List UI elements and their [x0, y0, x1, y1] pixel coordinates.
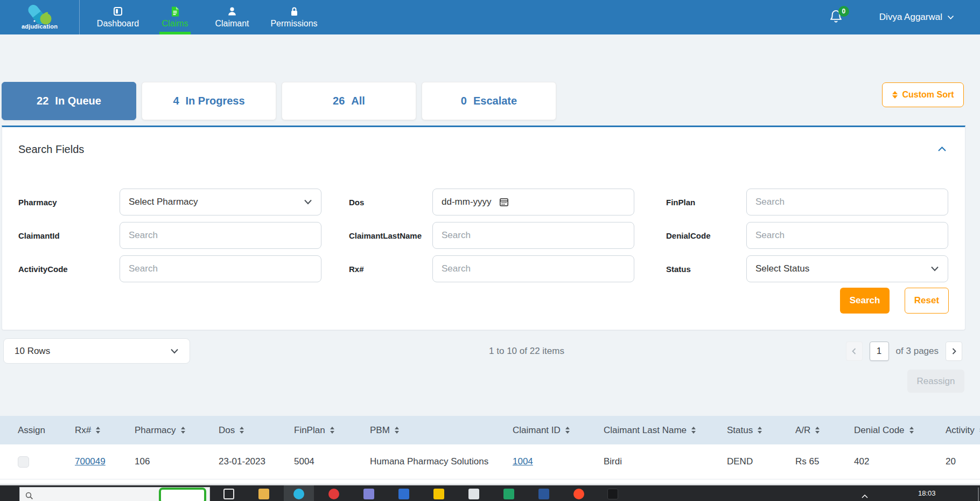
- tab-escalate[interactable]: 0 Escalate: [422, 82, 556, 120]
- claimant-icon: [227, 6, 237, 17]
- column-header-denial-code[interactable]: Denial Code: [854, 425, 946, 436]
- file-explorer-icon[interactable]: [258, 489, 269, 499]
- collapse-panel-button[interactable]: [935, 142, 949, 156]
- activitycode-input[interactable]: [120, 255, 321, 282]
- nav-item-dashboard[interactable]: Dashboard: [89, 0, 146, 34]
- reset-button[interactable]: Reset: [905, 288, 949, 314]
- column-header-claimant-last-name[interactable]: Claimant Last Name: [604, 425, 727, 436]
- column-label: Claimant Last Name: [604, 425, 687, 436]
- rx-input[interactable]: [432, 255, 634, 282]
- tab-in-queue[interactable]: 22 In Queue: [2, 82, 136, 120]
- dos-date-input[interactable]: dd-mm-yyyy: [432, 189, 634, 215]
- pagination-controls: 1 of 3 pages: [846, 342, 962, 361]
- word-icon[interactable]: [538, 489, 549, 499]
- sort-icon: [240, 427, 244, 434]
- taskbar-app-icon[interactable]: [468, 489, 479, 499]
- cell-dos: 23-01-2023: [219, 456, 294, 467]
- previous-page-button[interactable]: [846, 342, 863, 361]
- claimant-id-link[interactable]: 1004: [513, 456, 533, 467]
- items-range-text: 1 to 10 of 22 items: [37, 346, 980, 357]
- custom-sort-label: Custom Sort: [902, 90, 954, 100]
- column-header-activity[interactable]: Activity: [946, 425, 980, 436]
- excel-icon[interactable]: [503, 489, 514, 499]
- taskbar-app-icon[interactable]: [293, 489, 304, 499]
- sort-arrows-icon: [892, 91, 898, 99]
- app-logo[interactable]: adjudication: [0, 0, 80, 34]
- tray-chevron-icon[interactable]: [862, 491, 868, 500]
- cell-claimant-last-name: Birdi: [604, 456, 727, 467]
- custom-sort-button[interactable]: Custom Sort: [882, 82, 964, 107]
- panel-actions: Search Reset: [18, 288, 949, 314]
- field-label-claimantlastname: ClaimantLastName: [321, 230, 432, 241]
- table-header-row: Assign Rx# Pharmacy Dos FinPlan PBM Clai…: [0, 416, 980, 444]
- claims-page: adjudication Dashboard Claims Claimant: [0, 0, 980, 501]
- date-value: dd-mm-yyyy: [442, 197, 492, 207]
- nav-label: Claimant: [215, 19, 249, 29]
- column-header-pbm[interactable]: PBM: [370, 425, 513, 436]
- reassign-button[interactable]: Reassign: [907, 370, 964, 393]
- taskbar-app-icon[interactable]: [433, 489, 444, 499]
- notifications-button[interactable]: 0: [829, 8, 845, 26]
- browser-icon[interactable]: [328, 489, 339, 499]
- column-label: Pharmacy: [135, 425, 176, 436]
- nav-item-permissions[interactable]: Permissions: [261, 0, 327, 34]
- cell-pharmacy: 106: [135, 456, 219, 467]
- cell-denial-code: 402: [854, 456, 946, 467]
- notification-count-badge: 0: [838, 6, 849, 17]
- column-header-rx[interactable]: Rx#: [75, 425, 135, 436]
- show-desktop-button[interactable]: [978, 488, 979, 501]
- nav-item-claims[interactable]: Claims: [146, 0, 204, 34]
- row-checkbox[interactable]: [18, 456, 29, 468]
- column-header-status[interactable]: Status: [727, 425, 795, 436]
- column-header-finplan[interactable]: FinPlan: [294, 425, 370, 436]
- field-label-dos: Dos: [321, 197, 432, 208]
- chevron-down-icon: [947, 15, 954, 20]
- column-label: A/R: [795, 425, 810, 436]
- tab-label: Escalate: [473, 95, 517, 107]
- user-menu[interactable]: Divya Aggarwal: [879, 12, 954, 23]
- column-header-pharmacy[interactable]: Pharmacy: [135, 425, 219, 436]
- field-label-status: Status: [634, 263, 746, 275]
- tab-label: In Queue: [55, 95, 101, 107]
- permissions-icon: [290, 6, 299, 17]
- tab-all[interactable]: 26 All: [282, 82, 416, 120]
- current-page-input[interactable]: 1: [870, 342, 889, 361]
- claims-table: Assign Rx# Pharmacy Dos FinPlan PBM Clai…: [0, 416, 980, 484]
- finplan-input[interactable]: [746, 189, 948, 215]
- tab-label: All: [351, 95, 365, 107]
- pharmacy-select[interactable]: Select Pharmacy: [120, 189, 321, 215]
- column-label: Activity: [946, 425, 975, 436]
- sort-icon: [815, 427, 820, 434]
- rx-link[interactable]: 700049: [75, 456, 106, 467]
- tab-in-progress[interactable]: 4 In Progress: [142, 82, 276, 120]
- task-view-icon[interactable]: [223, 489, 234, 499]
- column-header-claimant-id[interactable]: Claimant ID: [513, 425, 604, 436]
- taskbar-app-icon[interactable]: [363, 489, 374, 499]
- taskbar-app-window-icon[interactable]: [159, 488, 206, 501]
- cell-activity: 20: [946, 456, 980, 467]
- panel-header: Search Fields: [18, 142, 949, 156]
- claimantlastname-input[interactable]: [432, 222, 634, 249]
- column-label: Dos: [219, 425, 235, 436]
- next-page-button[interactable]: [946, 342, 962, 361]
- claimantid-input[interactable]: [120, 222, 321, 249]
- taskbar-clock[interactable]: 18:03: [918, 489, 936, 497]
- sort-icon: [330, 427, 334, 434]
- cell-ar: Rs 65: [795, 456, 854, 467]
- column-label: Status: [727, 425, 753, 436]
- status-select[interactable]: Select Status: [746, 255, 948, 282]
- chevron-right-icon: [952, 348, 956, 354]
- taskbar-app-icon[interactable]: [398, 489, 409, 499]
- sort-icon: [758, 427, 762, 434]
- nav-item-claimant[interactable]: Claimant: [204, 0, 261, 34]
- cell-finplan: 5004: [294, 456, 370, 467]
- terminal-icon[interactable]: [607, 489, 618, 499]
- column-header-ar[interactable]: A/R: [795, 425, 854, 436]
- column-header-dos[interactable]: Dos: [219, 425, 294, 436]
- sort-icon: [909, 427, 914, 434]
- search-button[interactable]: Search: [840, 288, 890, 314]
- taskbar-app-icon[interactable]: [573, 489, 584, 499]
- windows-taskbar: 18:03: [0, 484, 980, 501]
- denialcode-input[interactable]: [746, 222, 948, 249]
- field-label-claimantid: ClaimantId: [18, 230, 120, 241]
